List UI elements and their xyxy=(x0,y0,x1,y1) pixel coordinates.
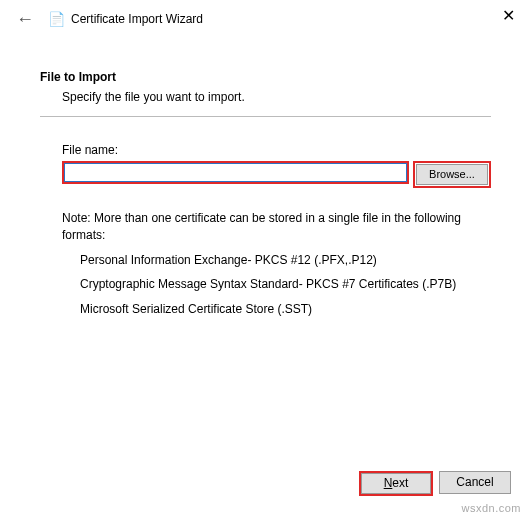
wizard-icon: 📄 xyxy=(48,11,65,27)
close-icon[interactable]: ✕ xyxy=(502,8,515,24)
file-row: Browse... xyxy=(62,161,491,188)
divider xyxy=(40,116,491,117)
note-block: Note: More than one certificate can be s… xyxy=(40,210,491,318)
watermark: wsxdn.com xyxy=(461,502,521,514)
file-name-label: File name: xyxy=(62,143,491,157)
note-format-1: Personal Information Exchange- PKCS #12 … xyxy=(62,252,491,269)
browse-button[interactable]: Browse... xyxy=(416,164,488,185)
next-button[interactable]: Next xyxy=(361,473,431,494)
section-sub: Specify the file you want to import. xyxy=(40,90,491,116)
cancel-button[interactable]: Cancel xyxy=(439,471,511,494)
footer-buttons: Next Cancel xyxy=(359,471,511,496)
browse-highlight: Browse... xyxy=(413,161,491,188)
file-field-block: File name: Browse... xyxy=(40,143,491,188)
section-heading: File to Import xyxy=(40,70,491,84)
content-area: File to Import Specify the file you want… xyxy=(0,34,531,318)
note-format-2: Cryptographic Message Syntax Standard- P… xyxy=(62,276,491,293)
titlebar: ← 📄 Certificate Import Wizard xyxy=(0,0,531,34)
next-highlight: Next xyxy=(359,471,433,496)
note-intro: Note: More than one certificate can be s… xyxy=(62,210,491,244)
file-name-input[interactable] xyxy=(62,161,409,184)
wizard-title: Certificate Import Wizard xyxy=(71,12,203,26)
back-arrow-icon[interactable]: ← xyxy=(16,10,34,28)
note-format-3: Microsoft Serialized Certificate Store (… xyxy=(62,301,491,318)
